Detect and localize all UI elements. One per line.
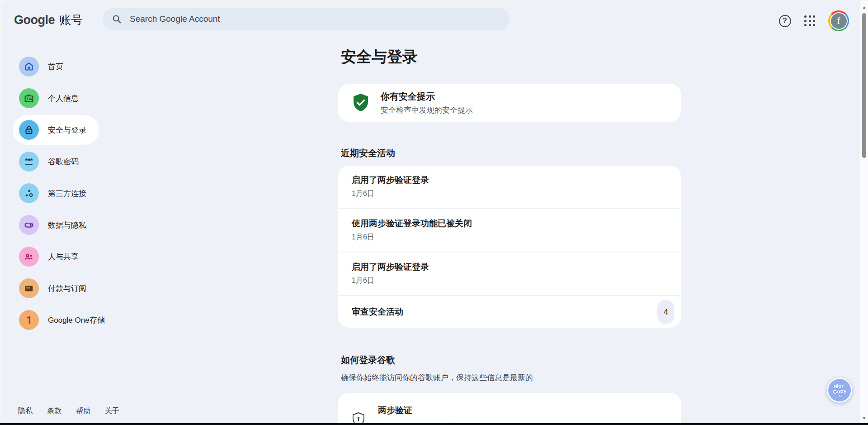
two-step-text: 两步验证 自1月6日起播出 [378,405,667,423]
sidebar-item-security[interactable]: 安全与登录 [13,115,99,145]
apps-grid-icon [804,15,815,26]
sidebar-item-label: 数据与隐私 [48,220,86,230]
sidebar-item-third-party[interactable]: 第三方连接 [1,177,142,209]
people-icon [19,247,39,267]
shield-check-icon [352,93,370,113]
sidebar-item-google-one[interactable]: Google One存储 [1,304,142,336]
activity-title: 启用了两步验证登录 [352,174,667,186]
sidebar-item-payments[interactable]: 付款与订阅 [1,272,142,304]
activity-date: 1月6日 [352,189,667,199]
search-icon [112,14,122,24]
search-placeholder: Search Google Account [130,14,220,24]
review-activity-label: 审查安全活动 [352,306,403,318]
activity-row[interactable]: 启用了两步验证登录 1月6日 [338,166,681,208]
scroll-down-icon[interactable]: ▼ [860,416,868,420]
security-tips-title: 你有安全提示 [381,91,473,103]
activity-row[interactable]: 启用了两步验证登录 1月6日 [338,252,681,295]
security-tips-subtitle: 安全检查中发现的安全提示 [381,105,473,115]
id-card-icon [19,88,39,108]
activity-title: 使用两步验证登录功能已被关闭 [352,218,667,229]
security-tips-text: 你有安全提示 安全检查中发现的安全提示 [381,91,473,115]
recent-activity-card: 启用了两步验证登录 1月6日 使用两步验证登录功能已被关闭 1月6日 启用了两步… [338,166,681,328]
sidebar-item-people-sharing[interactable]: 人与共享 [1,241,142,272]
footer-link-privacy[interactable]: 隐私 [18,406,33,416]
page-title: 安全与登录 [341,47,681,67]
activity-date: 1月6日 [352,276,667,286]
google-account-page: Google 账号 Search Google Account ? f [1,1,860,423]
footer-link-terms[interactable]: 条款 [47,406,61,416]
how-signin-heading: 如何登录谷歌 [341,354,681,366]
moecopy-watermark: Moe Copy AI [827,377,852,403]
payment-card-icon [19,278,39,298]
review-activity-row[interactable]: 审查安全活动 4 [338,295,681,328]
scroll-up-icon[interactable]: ▲ [860,5,868,10]
account-avatar[interactable]: f [828,10,849,31]
two-step-title: 两步验证 [378,405,667,416]
main-content: 安全与登录 你有安全提示 安全检查中发现的安全提示 近期安全活动 启用了两步验证… [338,39,681,423]
svg-text:***: *** [25,157,33,164]
sidebar-item-label: Google One存储 [48,315,105,325]
footer-links: 隐私 条款 帮助 关于 [18,406,119,416]
footer-link-help[interactable]: 帮助 [76,406,90,416]
help-icon: ? [779,15,791,27]
sidebar-item-personal-info[interactable]: 个人信息 [1,82,142,114]
activity-date: 1月6日 [352,233,667,242]
sidebar-item-label: 首页 [48,62,63,72]
how-signin-subtitle: 确保你始终能访问你的谷歌账户，保持这些信息是最新的 [341,372,681,383]
top-bar: Google 账号 Search Google Account ? f [1,1,860,40]
sidebar-item-label: 个人信息 [48,93,79,104]
sidebar-item-data-privacy[interactable]: 数据与隐私 [1,209,142,241]
sidebar-item-label: 安全与登录 [48,125,86,135]
shield-keyhole-icon [352,412,365,423]
activity-title: 启用了两步验证登录 [352,261,667,273]
account-logo-text: 账号 [59,12,83,28]
sidebar-item-password[interactable]: *** 谷歌密码 [1,146,142,177]
sidebar-nav: 首页 个人信息 [1,51,142,336]
toggle-icon [19,215,39,235]
sidebar-item-home[interactable]: 首页 [1,51,142,82]
google-one-icon [19,310,39,330]
two-step-verification-card[interactable]: 两步验证 自1月6日起播出 [338,393,681,423]
lock-icon [19,120,39,140]
google-apps-button[interactable] [802,14,817,28]
activity-row[interactable]: 使用两步验证登录功能已被关闭 1月6日 [338,208,681,252]
sidebar-item-label: 谷歌密码 [48,157,79,167]
footer-link-about[interactable]: 关于 [105,406,119,416]
home-icon [19,57,39,76]
moecopy-logo: Moe Copy AI [832,382,847,398]
google-account-logo[interactable]: Google 账号 [14,12,83,28]
avatar-letter: f [830,12,848,30]
sidebar-item-label: 第三方连接 [48,188,86,199]
connections-icon [19,183,39,203]
scrollbar-thumb[interactable] [862,13,866,158]
recent-activity-heading: 近期安全活动 [341,147,681,159]
sidebar-item-label: 付款与订阅 [48,283,86,294]
screen: Google 账号 Search Google Account ? f [0,0,868,425]
help-button[interactable]: ? [778,14,792,28]
sidebar-item-label: 人与共享 [48,252,79,262]
security-tips-card[interactable]: 你有安全提示 安全检查中发现的安全提示 [338,84,681,122]
password-icon: *** [19,152,39,172]
activity-count-badge: 4 [657,300,675,324]
vertical-scrollbar[interactable]: ▲ ▼ [860,1,868,423]
search-input[interactable]: Search Google Account [103,8,509,30]
google-logo-text: Google [14,13,55,27]
window-bottom-edge [0,423,868,425]
